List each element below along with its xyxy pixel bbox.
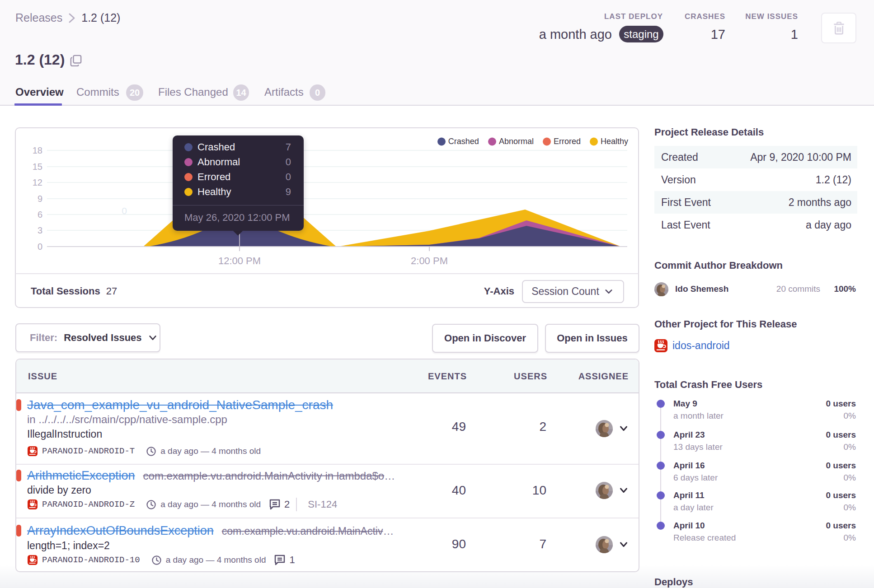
svg-text:0: 0 xyxy=(122,205,127,216)
